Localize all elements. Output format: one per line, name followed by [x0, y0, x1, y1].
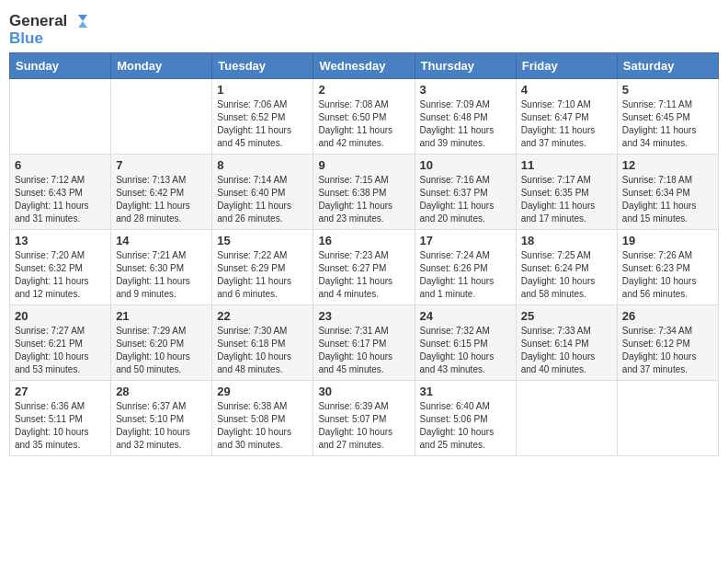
day-number: 17 — [420, 234, 511, 247]
calendar-table: SundayMondayTuesdayWednesdayThursdayFrid… — [9, 52, 719, 456]
day-of-week-header: Thursday — [415, 53, 516, 79]
day-number: 30 — [318, 385, 409, 398]
calendar-cell: 7Sunrise: 7:13 AM Sunset: 6:42 PM Daylig… — [111, 155, 212, 230]
day-info: Sunrise: 7:14 AM Sunset: 6:40 PM Dayligh… — [217, 174, 308, 225]
calendar-cell: 1Sunrise: 7:06 AM Sunset: 6:52 PM Daylig… — [212, 79, 313, 155]
calendar-cell: 27Sunrise: 6:36 AM Sunset: 5:11 PM Dayli… — [10, 381, 111, 456]
day-number: 28 — [116, 385, 207, 398]
day-number: 21 — [116, 309, 207, 323]
day-number: 3 — [420, 83, 511, 97]
day-info: Sunrise: 6:36 AM Sunset: 5:11 PM Dayligh… — [15, 400, 106, 452]
day-number: 25 — [521, 309, 612, 323]
page-header: General Blue — [9, 9, 719, 47]
day-number: 31 — [420, 385, 511, 398]
day-info: Sunrise: 7:16 AM Sunset: 6:37 PM Dayligh… — [420, 174, 511, 225]
calendar-cell: 19Sunrise: 7:26 AM Sunset: 6:23 PM Dayli… — [617, 230, 718, 305]
calendar-cell: 14Sunrise: 7:21 AM Sunset: 6:30 PM Dayli… — [111, 230, 212, 305]
day-info: Sunrise: 7:08 AM Sunset: 6:50 PM Dayligh… — [318, 98, 409, 150]
day-info: Sunrise: 7:20 AM Sunset: 6:32 PM Dayligh… — [15, 249, 106, 301]
day-number: 22 — [217, 309, 308, 323]
calendar-cell: 30Sunrise: 6:39 AM Sunset: 5:07 PM Dayli… — [313, 381, 415, 456]
calendar-cell: 6Sunrise: 7:12 AM Sunset: 6:43 PM Daylig… — [10, 155, 111, 230]
day-info: Sunrise: 7:13 AM Sunset: 6:42 PM Dayligh… — [116, 174, 207, 225]
calendar-cell: 17Sunrise: 7:24 AM Sunset: 6:26 PM Dayli… — [415, 230, 516, 305]
day-number: 24 — [420, 309, 511, 323]
calendar-cell: 22Sunrise: 7:30 AM Sunset: 6:18 PM Dayli… — [212, 305, 313, 381]
calendar-cell: 25Sunrise: 7:33 AM Sunset: 6:14 PM Dayli… — [516, 305, 617, 381]
calendar-cell: 28Sunrise: 6:37 AM Sunset: 5:10 PM Dayli… — [111, 381, 212, 456]
day-number: 13 — [15, 234, 106, 247]
day-number: 12 — [622, 158, 713, 172]
calendar-cell: 8Sunrise: 7:14 AM Sunset: 6:40 PM Daylig… — [212, 155, 313, 230]
calendar-cell: 16Sunrise: 7:23 AM Sunset: 6:27 PM Dayli… — [313, 230, 415, 305]
day-number: 1 — [217, 83, 308, 97]
day-info: Sunrise: 7:11 AM Sunset: 6:45 PM Dayligh… — [622, 98, 713, 150]
calendar-week-row: 1Sunrise: 7:06 AM Sunset: 6:52 PM Daylig… — [10, 79, 719, 155]
day-info: Sunrise: 7:30 AM Sunset: 6:18 PM Dayligh… — [217, 325, 308, 376]
day-number: 11 — [521, 158, 612, 172]
day-of-week-header: Friday — [516, 53, 617, 79]
day-of-week-header: Wednesday — [313, 53, 415, 79]
day-number: 8 — [217, 158, 308, 172]
calendar-cell: 10Sunrise: 7:16 AM Sunset: 6:37 PM Dayli… — [415, 155, 516, 230]
logo-blue: Blue — [9, 30, 87, 48]
day-info: Sunrise: 7:22 AM Sunset: 6:29 PM Dayligh… — [217, 249, 308, 301]
day-info: Sunrise: 6:39 AM Sunset: 5:07 PM Dayligh… — [318, 400, 409, 452]
day-info: Sunrise: 7:15 AM Sunset: 6:38 PM Dayligh… — [318, 174, 409, 225]
calendar-cell: 4Sunrise: 7:10 AM Sunset: 6:47 PM Daylig… — [516, 79, 617, 155]
day-number: 23 — [318, 309, 409, 323]
day-info: Sunrise: 6:37 AM Sunset: 5:10 PM Dayligh… — [116, 400, 207, 452]
day-number: 29 — [217, 385, 308, 398]
calendar-cell: 13Sunrise: 7:20 AM Sunset: 6:32 PM Dayli… — [10, 230, 111, 305]
day-info: Sunrise: 6:38 AM Sunset: 5:08 PM Dayligh… — [217, 400, 308, 452]
calendar-cell: 31Sunrise: 6:40 AM Sunset: 5:06 PM Dayli… — [415, 381, 516, 456]
day-info: Sunrise: 7:21 AM Sunset: 6:30 PM Dayligh… — [116, 249, 207, 301]
calendar-cell: 2Sunrise: 7:08 AM Sunset: 6:50 PM Daylig… — [313, 79, 415, 155]
day-info: Sunrise: 7:09 AM Sunset: 6:48 PM Dayligh… — [420, 98, 511, 150]
day-number: 10 — [420, 158, 511, 172]
calendar-week-row: 13Sunrise: 7:20 AM Sunset: 6:32 PM Dayli… — [10, 230, 719, 305]
day-info: Sunrise: 7:25 AM Sunset: 6:24 PM Dayligh… — [521, 249, 612, 301]
day-number: 14 — [116, 234, 207, 247]
day-number: 4 — [521, 83, 612, 97]
calendar-cell: 29Sunrise: 6:38 AM Sunset: 5:08 PM Dayli… — [212, 381, 313, 456]
calendar-header-row: SundayMondayTuesdayWednesdayThursdayFrid… — [10, 53, 719, 79]
day-info: Sunrise: 7:18 AM Sunset: 6:34 PM Dayligh… — [622, 174, 713, 225]
calendar-cell: 24Sunrise: 7:32 AM Sunset: 6:15 PM Dayli… — [415, 305, 516, 381]
calendar-cell: 5Sunrise: 7:11 AM Sunset: 6:45 PM Daylig… — [617, 79, 718, 155]
day-number: 9 — [318, 158, 409, 172]
svg-marker-0 — [78, 15, 87, 21]
day-info: Sunrise: 7:32 AM Sunset: 6:15 PM Dayligh… — [420, 325, 511, 376]
calendar-cell — [516, 381, 617, 456]
day-info: Sunrise: 7:34 AM Sunset: 6:12 PM Dayligh… — [622, 325, 713, 376]
day-number: 2 — [318, 83, 409, 97]
day-number: 6 — [15, 158, 106, 172]
day-number: 18 — [521, 234, 612, 247]
calendar-cell: 18Sunrise: 7:25 AM Sunset: 6:24 PM Dayli… — [516, 230, 617, 305]
day-info: Sunrise: 6:40 AM Sunset: 5:06 PM Dayligh… — [420, 400, 511, 452]
day-number: 16 — [318, 234, 409, 247]
logo-general: General — [9, 13, 67, 30]
calendar-cell: 20Sunrise: 7:27 AM Sunset: 6:21 PM Dayli… — [10, 305, 111, 381]
day-of-week-header: Sunday — [10, 53, 111, 79]
day-info: Sunrise: 7:24 AM Sunset: 6:26 PM Dayligh… — [420, 249, 511, 301]
day-info: Sunrise: 7:12 AM Sunset: 6:43 PM Dayligh… — [15, 174, 106, 225]
calendar-cell — [10, 79, 111, 155]
logo: General Blue — [9, 13, 87, 47]
day-info: Sunrise: 7:29 AM Sunset: 6:20 PM Dayligh… — [116, 325, 207, 376]
day-info: Sunrise: 7:33 AM Sunset: 6:14 PM Dayligh… — [521, 325, 612, 376]
day-info: Sunrise: 7:06 AM Sunset: 6:52 PM Dayligh… — [217, 98, 308, 150]
calendar-cell: 21Sunrise: 7:29 AM Sunset: 6:20 PM Dayli… — [111, 305, 212, 381]
day-number: 27 — [15, 385, 106, 398]
calendar-cell: 23Sunrise: 7:31 AM Sunset: 6:17 PM Dayli… — [313, 305, 415, 381]
day-number: 19 — [622, 234, 713, 247]
day-info: Sunrise: 7:10 AM Sunset: 6:47 PM Dayligh… — [521, 98, 612, 150]
calendar-week-row: 20Sunrise: 7:27 AM Sunset: 6:21 PM Dayli… — [10, 305, 719, 381]
calendar-cell: 15Sunrise: 7:22 AM Sunset: 6:29 PM Dayli… — [212, 230, 313, 305]
day-info: Sunrise: 7:17 AM Sunset: 6:35 PM Dayligh… — [521, 174, 612, 225]
day-of-week-header: Tuesday — [212, 53, 313, 79]
calendar-week-row: 27Sunrise: 6:36 AM Sunset: 5:11 PM Dayli… — [10, 381, 719, 456]
calendar-week-row: 6Sunrise: 7:12 AM Sunset: 6:43 PM Daylig… — [10, 155, 719, 230]
logo-bird-icon — [69, 15, 87, 28]
day-number: 5 — [622, 83, 713, 97]
